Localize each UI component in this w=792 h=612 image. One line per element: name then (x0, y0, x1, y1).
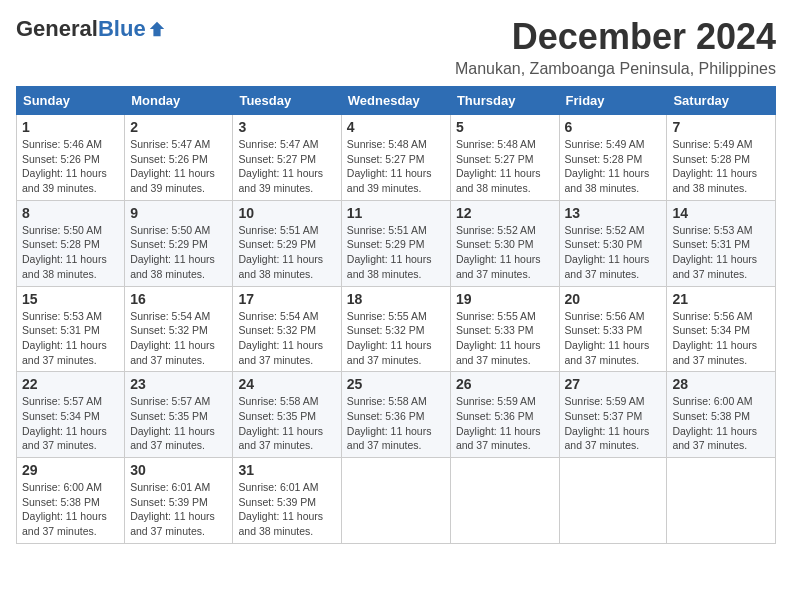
day-cell-24: 24Sunrise: 5:58 AM Sunset: 5:35 PM Dayli… (233, 372, 341, 458)
week-row-3: 15Sunrise: 5:53 AM Sunset: 5:31 PM Dayli… (17, 286, 776, 372)
day-number: 28 (672, 376, 770, 392)
empty-cell (450, 458, 559, 544)
day-header-monday: Monday (125, 87, 233, 115)
day-cell-23: 23Sunrise: 5:57 AM Sunset: 5:35 PM Dayli… (125, 372, 233, 458)
title-area: December 2024 Manukan, Zamboanga Peninsu… (455, 16, 776, 78)
day-cell-3: 3Sunrise: 5:47 AM Sunset: 5:27 PM Daylig… (233, 115, 341, 201)
header: General Blue December 2024 Manukan, Zamb… (16, 16, 776, 78)
day-info: Sunrise: 5:52 AM Sunset: 5:30 PM Dayligh… (456, 223, 554, 282)
day-cell-6: 6Sunrise: 5:49 AM Sunset: 5:28 PM Daylig… (559, 115, 667, 201)
day-cell-9: 9Sunrise: 5:50 AM Sunset: 5:29 PM Daylig… (125, 200, 233, 286)
day-info: Sunrise: 5:59 AM Sunset: 5:36 PM Dayligh… (456, 394, 554, 453)
day-info: Sunrise: 5:52 AM Sunset: 5:30 PM Dayligh… (565, 223, 662, 282)
day-info: Sunrise: 5:53 AM Sunset: 5:31 PM Dayligh… (672, 223, 770, 282)
day-info: Sunrise: 5:51 AM Sunset: 5:29 PM Dayligh… (347, 223, 445, 282)
day-number: 31 (238, 462, 335, 478)
day-info: Sunrise: 5:48 AM Sunset: 5:27 PM Dayligh… (456, 137, 554, 196)
day-cell-19: 19Sunrise: 5:55 AM Sunset: 5:33 PM Dayli… (450, 286, 559, 372)
day-number: 13 (565, 205, 662, 221)
day-info: Sunrise: 5:55 AM Sunset: 5:32 PM Dayligh… (347, 309, 445, 368)
day-number: 27 (565, 376, 662, 392)
day-cell-26: 26Sunrise: 5:59 AM Sunset: 5:36 PM Dayli… (450, 372, 559, 458)
month-title: December 2024 (455, 16, 776, 58)
day-cell-10: 10Sunrise: 5:51 AM Sunset: 5:29 PM Dayli… (233, 200, 341, 286)
week-row-1: 1Sunrise: 5:46 AM Sunset: 5:26 PM Daylig… (17, 115, 776, 201)
logo: General Blue (16, 16, 166, 42)
day-info: Sunrise: 5:50 AM Sunset: 5:29 PM Dayligh… (130, 223, 227, 282)
week-row-5: 29Sunrise: 6:00 AM Sunset: 5:38 PM Dayli… (17, 458, 776, 544)
logo-icon (148, 20, 166, 38)
day-number: 7 (672, 119, 770, 135)
day-cell-20: 20Sunrise: 5:56 AM Sunset: 5:33 PM Dayli… (559, 286, 667, 372)
day-cell-12: 12Sunrise: 5:52 AM Sunset: 5:30 PM Dayli… (450, 200, 559, 286)
day-number: 8 (22, 205, 119, 221)
calendar-header-row: SundayMondayTuesdayWednesdayThursdayFrid… (17, 87, 776, 115)
day-cell-1: 1Sunrise: 5:46 AM Sunset: 5:26 PM Daylig… (17, 115, 125, 201)
day-info: Sunrise: 5:58 AM Sunset: 5:35 PM Dayligh… (238, 394, 335, 453)
day-info: Sunrise: 5:50 AM Sunset: 5:28 PM Dayligh… (22, 223, 119, 282)
day-cell-28: 28Sunrise: 6:00 AM Sunset: 5:38 PM Dayli… (667, 372, 776, 458)
day-cell-27: 27Sunrise: 5:59 AM Sunset: 5:37 PM Dayli… (559, 372, 667, 458)
day-number: 26 (456, 376, 554, 392)
day-number: 10 (238, 205, 335, 221)
day-cell-14: 14Sunrise: 5:53 AM Sunset: 5:31 PM Dayli… (667, 200, 776, 286)
day-number: 2 (130, 119, 227, 135)
logo-blue-text: Blue (98, 16, 146, 42)
week-row-4: 22Sunrise: 5:57 AM Sunset: 5:34 PM Dayli… (17, 372, 776, 458)
day-cell-8: 8Sunrise: 5:50 AM Sunset: 5:28 PM Daylig… (17, 200, 125, 286)
day-info: Sunrise: 5:57 AM Sunset: 5:34 PM Dayligh… (22, 394, 119, 453)
day-cell-25: 25Sunrise: 5:58 AM Sunset: 5:36 PM Dayli… (341, 372, 450, 458)
week-row-2: 8Sunrise: 5:50 AM Sunset: 5:28 PM Daylig… (17, 200, 776, 286)
day-info: Sunrise: 5:58 AM Sunset: 5:36 PM Dayligh… (347, 394, 445, 453)
day-cell-21: 21Sunrise: 5:56 AM Sunset: 5:34 PM Dayli… (667, 286, 776, 372)
day-cell-16: 16Sunrise: 5:54 AM Sunset: 5:32 PM Dayli… (125, 286, 233, 372)
day-number: 5 (456, 119, 554, 135)
day-number: 30 (130, 462, 227, 478)
day-header-friday: Friday (559, 87, 667, 115)
day-cell-11: 11Sunrise: 5:51 AM Sunset: 5:29 PM Dayli… (341, 200, 450, 286)
day-info: Sunrise: 5:59 AM Sunset: 5:37 PM Dayligh… (565, 394, 662, 453)
day-info: Sunrise: 5:47 AM Sunset: 5:27 PM Dayligh… (238, 137, 335, 196)
day-number: 4 (347, 119, 445, 135)
svg-marker-0 (149, 22, 163, 36)
day-number: 3 (238, 119, 335, 135)
day-info: Sunrise: 6:01 AM Sunset: 5:39 PM Dayligh… (238, 480, 335, 539)
day-number: 29 (22, 462, 119, 478)
day-cell-22: 22Sunrise: 5:57 AM Sunset: 5:34 PM Dayli… (17, 372, 125, 458)
day-number: 15 (22, 291, 119, 307)
day-info: Sunrise: 6:00 AM Sunset: 5:38 PM Dayligh… (22, 480, 119, 539)
day-cell-31: 31Sunrise: 6:01 AM Sunset: 5:39 PM Dayli… (233, 458, 341, 544)
day-number: 12 (456, 205, 554, 221)
day-number: 19 (456, 291, 554, 307)
day-cell-4: 4Sunrise: 5:48 AM Sunset: 5:27 PM Daylig… (341, 115, 450, 201)
day-number: 25 (347, 376, 445, 392)
day-cell-30: 30Sunrise: 6:01 AM Sunset: 5:39 PM Dayli… (125, 458, 233, 544)
day-number: 11 (347, 205, 445, 221)
empty-cell (667, 458, 776, 544)
day-header-tuesday: Tuesday (233, 87, 341, 115)
day-info: Sunrise: 5:54 AM Sunset: 5:32 PM Dayligh… (238, 309, 335, 368)
day-number: 21 (672, 291, 770, 307)
day-info: Sunrise: 5:49 AM Sunset: 5:28 PM Dayligh… (672, 137, 770, 196)
day-cell-17: 17Sunrise: 5:54 AM Sunset: 5:32 PM Dayli… (233, 286, 341, 372)
day-header-sunday: Sunday (17, 87, 125, 115)
day-info: Sunrise: 5:56 AM Sunset: 5:33 PM Dayligh… (565, 309, 662, 368)
day-number: 22 (22, 376, 119, 392)
day-info: Sunrise: 5:53 AM Sunset: 5:31 PM Dayligh… (22, 309, 119, 368)
day-number: 1 (22, 119, 119, 135)
day-cell-13: 13Sunrise: 5:52 AM Sunset: 5:30 PM Dayli… (559, 200, 667, 286)
day-number: 24 (238, 376, 335, 392)
day-info: Sunrise: 6:00 AM Sunset: 5:38 PM Dayligh… (672, 394, 770, 453)
day-info: Sunrise: 5:57 AM Sunset: 5:35 PM Dayligh… (130, 394, 227, 453)
empty-cell (341, 458, 450, 544)
day-number: 6 (565, 119, 662, 135)
location-title: Manukan, Zamboanga Peninsula, Philippine… (455, 60, 776, 78)
day-info: Sunrise: 5:55 AM Sunset: 5:33 PM Dayligh… (456, 309, 554, 368)
day-cell-5: 5Sunrise: 5:48 AM Sunset: 5:27 PM Daylig… (450, 115, 559, 201)
day-info: Sunrise: 6:01 AM Sunset: 5:39 PM Dayligh… (130, 480, 227, 539)
empty-cell (559, 458, 667, 544)
day-header-thursday: Thursday (450, 87, 559, 115)
day-number: 9 (130, 205, 227, 221)
day-cell-2: 2Sunrise: 5:47 AM Sunset: 5:26 PM Daylig… (125, 115, 233, 201)
day-cell-15: 15Sunrise: 5:53 AM Sunset: 5:31 PM Dayli… (17, 286, 125, 372)
